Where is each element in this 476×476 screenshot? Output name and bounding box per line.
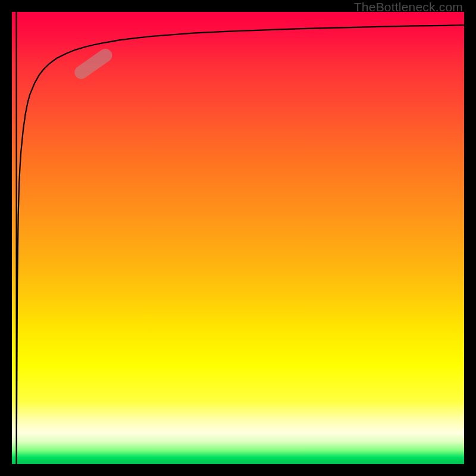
- watermark-text: TheBottleneck.com: [354, 0, 463, 14]
- curve-layer: [12, 12, 464, 464]
- frame-left: [0, 0, 12, 476]
- marker-capsule: [72, 46, 115, 82]
- chart-stage: TheBottleneck.com: [0, 0, 476, 476]
- svg-rect-0: [72, 46, 115, 82]
- frame-right: [464, 0, 476, 476]
- frame-bottom: [0, 464, 476, 476]
- plot-area: [12, 12, 464, 464]
- curve-path: [17, 12, 464, 464]
